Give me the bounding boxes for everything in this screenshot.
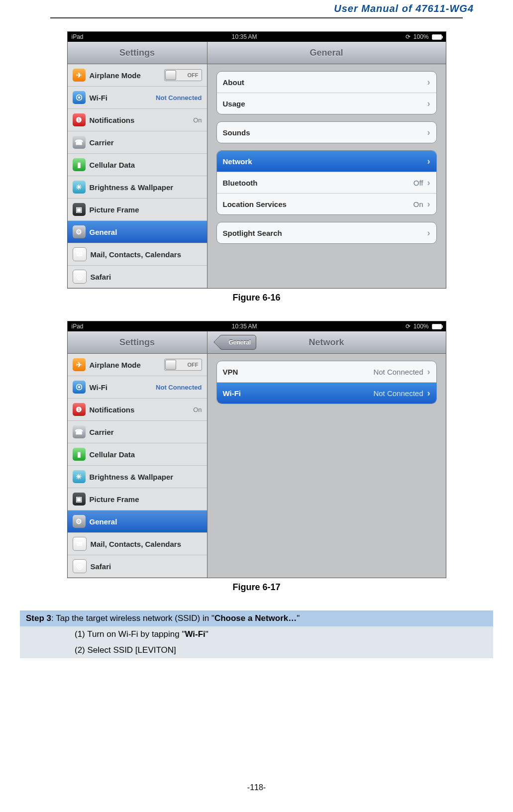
content-row-location-services[interactable]: Location ServicesOn›	[217, 193, 436, 214]
sidebar-item-label: Safari	[91, 562, 111, 571]
sidebar-item-status: Not Connected	[156, 94, 202, 102]
chevron-right-icon: ›	[427, 156, 430, 167]
sidebar-item-notifications[interactable]: ❶NotificationsOn	[68, 399, 207, 421]
content-row-status: Not Connected	[373, 389, 423, 398]
sidebar-item-label: Airplane Mode	[90, 361, 141, 369]
figure-caption-1: Figure 6-16	[37, 293, 476, 303]
title-settings: Settings	[68, 331, 207, 353]
sidebar-item-status: On	[193, 406, 202, 413]
sidebar-item-label: Mail, Contacts, Calendars	[91, 540, 182, 548]
content-row-label: Wi-Fi	[223, 389, 241, 398]
chevron-right-icon: ›	[427, 199, 430, 209]
settings-sidebar: ✈Airplane ModeOFF⦿Wi-FiNot Connected❶Not…	[68, 354, 207, 578]
bright-icon: ☀	[73, 470, 86, 483]
sidebar-item-cellular-data[interactable]: ▮Cellular Data	[68, 443, 207, 466]
sidebar-item-airplane-mode[interactable]: ✈Airplane ModeOFF	[68, 64, 207, 87]
sidebar-item-brightness-wallpaper[interactable]: ☀Brightness & Wallpaper	[68, 176, 207, 199]
content-row-sounds[interactable]: Sounds›	[217, 122, 436, 143]
status-device: iPad	[72, 33, 84, 40]
refresh-icon: ⟳	[406, 33, 410, 40]
sidebar-item-label: Picture Frame	[90, 495, 139, 504]
status-battery: 100%	[413, 33, 429, 40]
sidebar-item-picture-frame[interactable]: ▣Picture Frame	[68, 488, 207, 510]
chevron-right-icon: ›	[427, 367, 430, 377]
sidebar-item-label: Brightness & Wallpaper	[90, 473, 174, 481]
empty-space	[216, 411, 437, 520]
sidebar-item-label: Notifications	[90, 406, 135, 414]
sidebar-item-status: On	[193, 116, 202, 124]
sidebar-item-brightness-wallpaper[interactable]: ☀Brightness & Wallpaper	[68, 466, 207, 488]
sidebar-item-label: Wi-Fi	[90, 383, 108, 392]
chevron-right-icon: ›	[427, 178, 430, 188]
carrier-icon: ☎	[73, 425, 86, 438]
sidebar-item-airplane-mode[interactable]: ✈Airplane ModeOFF	[68, 354, 207, 376]
status-battery: 100%	[413, 323, 429, 330]
battery-icon	[432, 324, 442, 329]
sidebar-item-label: General	[90, 517, 117, 526]
content-row-label: About	[223, 78, 244, 87]
sidebar-item-mail-contacts-calendars[interactable]: ✉Mail, Contacts, Calendars	[68, 533, 207, 555]
sidebar-item-label: Airplane Mode	[90, 71, 141, 80]
sidebar-item-general[interactable]: ⚙General	[68, 510, 207, 533]
title-general: General	[207, 42, 446, 64]
sidebar-item-wi-fi[interactable]: ⦿Wi-FiNot Connected	[68, 376, 207, 399]
cell-icon: ▮	[73, 448, 86, 461]
sidebar-item-label: Cellular Data	[90, 450, 135, 459]
page-number: -118-	[0, 783, 513, 792]
frame-icon: ▣	[73, 493, 86, 506]
notif-icon: ❶	[73, 403, 86, 416]
sidebar-item-picture-frame[interactable]: ▣Picture Frame	[68, 199, 207, 221]
content-row-status: Not Connected	[373, 368, 423, 376]
battery-icon	[432, 34, 442, 40]
content-row-label: Location Services	[223, 200, 287, 208]
sidebar-item-label: Mail, Contacts, Calendars	[91, 250, 182, 259]
sidebar-item-wi-fi[interactable]: ⦿Wi-FiNot Connected	[68, 87, 207, 109]
general-group-spotlight: Spotlight Search›	[216, 222, 437, 244]
airplane-mode-toggle[interactable]: OFF	[164, 359, 202, 371]
step-3-heading: Step 3: Tap the target wireless network …	[20, 610, 493, 626]
sidebar-item-label: Brightness & Wallpaper	[90, 183, 174, 192]
sidebar-item-cellular-data[interactable]: ▮Cellular Data	[68, 154, 207, 176]
general-icon: ⚙	[73, 225, 86, 238]
content-row-status: On	[413, 200, 423, 208]
content-row-wi-fi[interactable]: Wi-FiNot Connected›	[217, 382, 436, 404]
chevron-right-icon: ›	[427, 99, 430, 109]
content-row-label: Network	[223, 157, 252, 166]
sidebar-item-status: Not Connected	[156, 384, 202, 391]
general-group-sounds: Sounds›	[216, 121, 437, 143]
status-time: 10:35 AM	[232, 33, 257, 40]
title-settings: Settings	[68, 42, 207, 64]
sidebar-item-safari[interactable]: ◎Safari	[68, 555, 207, 578]
frame-icon: ▣	[73, 203, 86, 216]
sidebar-item-carrier[interactable]: ☎Carrier	[68, 421, 207, 443]
content-row-label: Bluetooth	[223, 179, 258, 187]
bright-icon: ☀	[73, 181, 86, 194]
airplane-mode-toggle[interactable]: OFF	[164, 69, 202, 81]
sidebar-item-general[interactable]: ⚙General	[68, 221, 207, 243]
content-row-spotlight-search[interactable]: Spotlight Search›	[217, 222, 436, 243]
sidebar-item-safari[interactable]: ◎Safari	[68, 266, 207, 288]
network-content: VPNNot Connected›Wi-FiNot Connected›	[207, 354, 446, 578]
general-group-network: Network›BluetoothOff›Location ServicesOn…	[216, 150, 437, 215]
title-network: Network	[207, 337, 446, 348]
content-row-vpn[interactable]: VPNNot Connected›	[217, 361, 436, 382]
airplane-icon: ✈	[73, 69, 86, 82]
notif-icon: ❶	[73, 113, 86, 126]
content-row-about[interactable]: About›	[217, 72, 436, 93]
content-row-network[interactable]: Network›	[217, 151, 436, 172]
sidebar-item-carrier[interactable]: ☎Carrier	[68, 131, 207, 154]
refresh-icon: ⟳	[406, 323, 410, 330]
page: User Manual of 47611-WG4 iPad 10:35 AM ⟳…	[0, 0, 513, 812]
status-bar: iPad 10:35 AM ⟳ 100%	[68, 321, 446, 331]
content-row-usage[interactable]: Usage›	[217, 93, 436, 114]
status-bar: iPad 10:35 AM ⟳ 100%	[68, 32, 446, 42]
content-row-bluetooth[interactable]: BluetoothOff›	[217, 172, 436, 193]
sidebar-item-mail-contacts-calendars[interactable]: ✉Mail, Contacts, Calendars	[68, 243, 207, 266]
general-icon: ⚙	[73, 515, 86, 528]
sidebar-item-label: Carrier	[90, 138, 114, 147]
step-3-box: Step 3: Tap the target wireless network …	[20, 610, 493, 658]
general-content: About›Usage› Sounds› Network›BluetoothOf…	[207, 64, 446, 288]
sidebar-item-notifications[interactable]: ❶NotificationsOn	[68, 109, 207, 131]
content-row-label: Usage	[223, 100, 245, 108]
figure-caption-2: Figure 6-17	[37, 582, 476, 593]
